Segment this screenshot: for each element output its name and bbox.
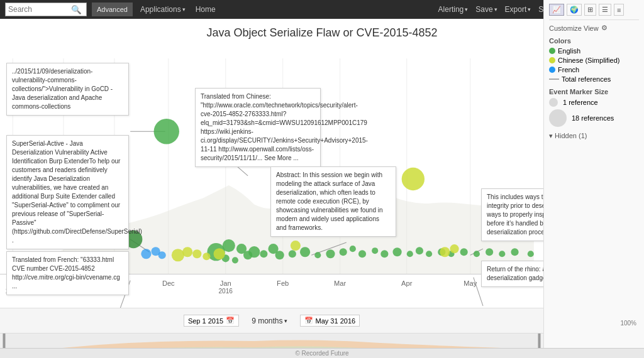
svg-point-49: [172, 249, 184, 261]
bubble-small: [549, 98, 558, 107]
svg-point-23: [248, 246, 260, 258]
tooltip-3: Translated from French: "63333.html CVE …: [6, 251, 129, 295]
svg-point-45: [499, 251, 505, 257]
bottom-controls: Sep 1 2015 📅 9 months ▾ 📅 May 31 2016: [0, 308, 543, 333]
right-panel: 📈 🌍 ⊞ ☰ ≡ Customize View ⚙ Colors Englis…: [543, 0, 644, 358]
save-caret: ▾: [494, 6, 497, 13]
legend-chinese: Chinese (Simplified): [549, 57, 639, 64]
start-date-input[interactable]: Sep 1 2015 📅: [184, 315, 239, 327]
svg-text:Mar: Mar: [334, 279, 346, 287]
svg-point-57: [440, 247, 450, 257]
gear-icon: ⚙: [601, 24, 608, 32]
svg-point-37: [407, 251, 413, 257]
colors-section: Colors English Chinese (Simplified) Fren…: [549, 37, 639, 83]
search-input[interactable]: [6, 4, 69, 15]
colors-title: Colors: [549, 37, 639, 45]
chart-icon-btn[interactable]: 📈: [549, 4, 564, 16]
svg-point-29: [314, 252, 321, 258]
legend-total-references: Total references: [549, 75, 639, 83]
svg-point-21: [232, 257, 238, 263]
svg-point-55: [291, 241, 301, 251]
nav-save[interactable]: Save ▾: [475, 5, 497, 14]
svg-point-58: [450, 244, 458, 253]
table-icon-btn[interactable]: ☰: [599, 4, 611, 16]
svg-point-32: [350, 246, 356, 252]
svg-point-52: [203, 252, 210, 260]
applications-caret: ▾: [182, 6, 186, 13]
svg-point-34: [372, 247, 378, 254]
nav-home[interactable]: Home: [193, 5, 218, 14]
svg-point-39: [426, 251, 432, 257]
marker-size-row-large: 18 references: [549, 109, 639, 127]
svg-point-30: [326, 249, 335, 258]
svg-point-27: [289, 250, 296, 258]
chevron-down-icon: ▾: [549, 132, 555, 139]
marker-size-title: Event Marker Size: [549, 88, 639, 95]
search-button[interactable]: 🔍: [69, 4, 84, 16]
view-icon-toolbar: 📈 🌍 ⊞ ☰ ≡: [549, 4, 639, 20]
english-dot: [549, 48, 555, 54]
nav-alerting[interactable]: Alerting ▾: [438, 5, 469, 14]
svg-text:Apr: Apr: [401, 279, 413, 287]
svg-point-16: [154, 119, 179, 144]
legend-english: English: [549, 47, 639, 55]
french-dot: [549, 67, 555, 73]
total-ref-dash: [549, 79, 559, 80]
svg-point-47: [528, 251, 534, 257]
svg-point-33: [358, 250, 366, 258]
event-marker-size-section: Event Marker Size 1 reference 18 referen…: [549, 88, 639, 127]
svg-point-51: [192, 249, 201, 258]
svg-point-28: [300, 247, 310, 257]
nav-export[interactable]: Export ▾: [505, 5, 531, 14]
customize-view[interactable]: Customize View ⚙: [549, 24, 639, 32]
list-icon-btn[interactable]: ≡: [614, 4, 624, 16]
nav-applications[interactable]: Applications ▾: [138, 5, 188, 14]
svg-text:Feb: Feb: [277, 279, 289, 287]
calendar-icon-end: 📅: [304, 317, 313, 325]
svg-point-44: [486, 248, 493, 256]
end-date-input[interactable]: 📅 May 31 2016: [300, 315, 360, 327]
alerting-caret: ▾: [465, 6, 468, 13]
export-caret: ▾: [528, 6, 531, 13]
svg-text:Jan: Jan: [220, 279, 231, 287]
svg-point-59: [141, 249, 151, 259]
svg-text:May: May: [464, 279, 477, 287]
map-icon-btn[interactable]: 🌍: [567, 4, 582, 16]
svg-point-18: [223, 239, 235, 252]
svg-point-50: [182, 247, 192, 257]
duration-selector[interactable]: 9 months ▾: [252, 317, 287, 325]
duration-caret: ▾: [284, 318, 287, 324]
svg-point-46: [511, 248, 518, 256]
bubble-large: [549, 109, 567, 127]
svg-text:2016: 2016: [219, 288, 233, 295]
tooltip-5: Abstract: In this session we begin with …: [270, 166, 396, 237]
advanced-button[interactable]: Advanced: [92, 3, 133, 16]
tooltip-4: Translated from Chinese: "http://www.ora…: [195, 88, 321, 167]
zoom-label: 100%: [620, 320, 636, 327]
svg-point-42: [460, 248, 468, 256]
legend-french: French: [549, 66, 639, 73]
svg-point-26: [275, 251, 284, 259]
svg-point-35: [380, 250, 388, 258]
svg-point-31: [340, 248, 347, 256]
main-area: Java Object Serialize Flaw or CVE-2015-4…: [0, 19, 644, 358]
tooltip-1: ../2015/11/09/deserialization-vulnerabil…: [6, 63, 129, 116]
chinese-dot: [549, 57, 555, 63]
svg-point-61: [158, 251, 166, 259]
svg-text:Dec: Dec: [162, 279, 175, 287]
svg-point-48: [402, 168, 425, 190]
svg-point-24: [260, 250, 267, 258]
calendar-icon: 📅: [226, 317, 235, 325]
svg-point-36: [393, 247, 402, 256]
grid-icon-btn[interactable]: ⊞: [584, 4, 596, 16]
marker-size-row-small: 1 reference: [549, 98, 639, 107]
search-container: 🔍: [5, 3, 87, 16]
footer: © Recorded Future: [0, 348, 644, 358]
tooltip-2: SuperSerial-Active - Java Deserializatio…: [6, 135, 129, 249]
svg-point-43: [474, 251, 480, 257]
svg-point-53: [214, 248, 225, 259]
hidden-section[interactable]: ▾ Hidden (1): [549, 132, 639, 140]
svg-point-38: [416, 247, 423, 254]
